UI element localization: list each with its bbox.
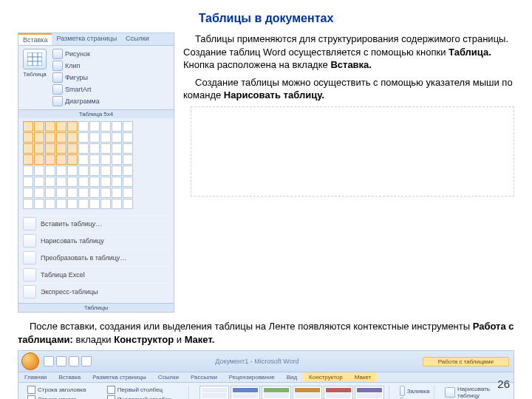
chk-first-col[interactable]: Первый столбец	[107, 386, 185, 394]
menu-excel-table[interactable]: Таблица Excel	[20, 266, 172, 283]
menu-insert-table[interactable]: Вставить таблицу…	[20, 215, 172, 232]
table-grid-picker[interactable]	[23, 121, 169, 209]
menu-convert-table[interactable]: Преобразовать в таблицу…	[20, 249, 172, 266]
shading-icon	[400, 386, 404, 396]
table-button[interactable]: Таблица	[21, 49, 48, 78]
menu-draw-table[interactable]: Нарисовать таблицу	[20, 232, 172, 249]
context-tab-title: Работа с таблицами	[423, 357, 509, 366]
chk-header-row[interactable]: Строка заголовка	[27, 386, 100, 394]
insert-table-panel: Вставка Разметка страницы Ссылки Таблица…	[18, 33, 174, 313]
picture-icon	[52, 49, 63, 59]
table-button-label: Таблица	[23, 71, 46, 78]
window-title: Документ1 - Microsoft Word	[92, 358, 423, 365]
group-label-tables: Таблицы	[18, 303, 174, 312]
insert-shapes[interactable]: Фигуры	[52, 72, 100, 83]
paragraph-3: После вставки, создания или выделения та…	[18, 320, 514, 346]
paragraph-1: Таблицы применяются для структурирования…	[183, 33, 514, 72]
page-title: Таблицы в документах	[18, 12, 514, 25]
smartart-icon	[52, 84, 63, 95]
tab-layout[interactable]: Разметка страницы	[52, 33, 121, 45]
table-style-gallery[interactable]	[200, 386, 384, 399]
tab-review[interactable]: Рецензирование	[223, 372, 281, 382]
insert-clip[interactable]: Клип	[52, 61, 100, 71]
draw-table-icon	[23, 234, 36, 248]
pencil-icon	[445, 387, 455, 398]
svg-rect-0	[27, 52, 42, 66]
tab-view[interactable]: Вид	[281, 372, 303, 382]
shading-button[interactable]: Заливка	[400, 386, 429, 396]
tab-links[interactable]: Ссылки	[121, 33, 154, 45]
illustration-placeholder	[191, 106, 514, 197]
chk-last-col[interactable]: Последний столбец	[107, 395, 185, 399]
convert-icon	[23, 251, 36, 265]
chk-total-row[interactable]: Строка итогов	[27, 395, 100, 399]
quick-tables-icon	[23, 285, 36, 299]
page-number: 26	[497, 378, 510, 390]
clip-icon	[52, 61, 63, 71]
ribbon-design: Документ1 - Microsoft Word Работа с табл…	[18, 350, 514, 399]
insert-chart[interactable]: Диаграмма	[52, 96, 100, 106]
shapes-icon	[52, 72, 63, 83]
tab-insert[interactable]: Вставка	[18, 33, 52, 45]
tab-references[interactable]: Ссылки	[152, 372, 185, 382]
tab-layout-2[interactable]: Макет	[349, 372, 378, 382]
quick-access-toolbar[interactable]	[44, 356, 92, 366]
tab-insert-2[interactable]: Вставка	[52, 372, 86, 382]
tab-design[interactable]: Конструктор	[303, 372, 349, 382]
excel-icon	[23, 268, 36, 282]
table-size-label: Таблица 5x4	[18, 109, 174, 118]
paragraph-2: Создание таблицы можно осуществить с пом…	[183, 76, 514, 102]
insert-table-icon	[23, 217, 36, 231]
office-orb[interactable]	[21, 352, 39, 370]
tab-home[interactable]: Главная	[18, 372, 52, 382]
chart-icon	[52, 96, 63, 106]
insert-picture[interactable]: Рисунок	[52, 49, 100, 59]
draw-table-button[interactable]: Нарисовать таблицу	[445, 386, 504, 399]
table-icon	[23, 49, 47, 69]
tab-pagelayout[interactable]: Разметка страницы	[86, 372, 152, 382]
tab-mailings[interactable]: Рассылки	[185, 372, 223, 382]
menu-quick-tables[interactable]: Экспресс-таблицы	[20, 283, 172, 300]
insert-smartart[interactable]: SmartArt	[52, 84, 100, 95]
